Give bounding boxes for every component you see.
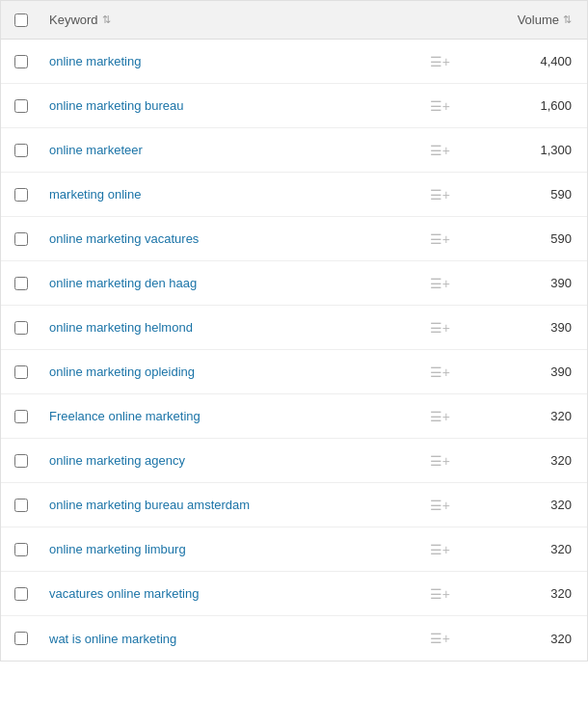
keyword-link[interactable]: online marketing bureau xyxy=(49,98,183,113)
row-keyword-cell: vacatures online marketing ☰+ xyxy=(41,586,462,602)
add-to-list-icon[interactable]: ☰+ xyxy=(430,453,454,469)
keyword-link[interactable]: online marketing helmond xyxy=(49,320,193,335)
add-to-list-icon[interactable]: ☰+ xyxy=(430,631,454,646)
row-checkbox-1[interactable] xyxy=(14,99,28,113)
add-to-list-icon[interactable]: ☰+ xyxy=(430,98,454,114)
row-checkbox-cell[interactable] xyxy=(1,499,41,512)
row-checkbox-cell[interactable] xyxy=(1,321,41,335)
table-row: online marketing bureau amsterdam ☰+ 320 xyxy=(1,483,587,527)
row-keyword-cell: wat is online marketing ☰+ xyxy=(41,631,462,646)
row-checkbox-cell[interactable] xyxy=(1,277,41,290)
row-volume-cell: 320 xyxy=(462,542,587,556)
row-volume-cell: 1,600 xyxy=(462,98,587,113)
row-checkbox-11[interactable] xyxy=(14,543,28,556)
row-volume-cell: 320 xyxy=(462,498,587,512)
add-to-list-icon[interactable]: ☰+ xyxy=(430,54,454,69)
row-checkbox-4[interactable] xyxy=(14,232,28,246)
row-checkbox-cell[interactable] xyxy=(1,55,41,68)
add-to-list-icon[interactable]: ☰+ xyxy=(430,143,454,158)
keyword-link[interactable]: marketing online xyxy=(49,187,141,202)
keyword-link[interactable]: Freelance online marketing xyxy=(49,409,200,423)
row-keyword-cell: online marketeer ☰+ xyxy=(41,143,462,158)
row-checkbox-0[interactable] xyxy=(14,55,28,68)
keyword-link[interactable]: online marketing agency xyxy=(49,453,185,468)
row-checkbox-13[interactable] xyxy=(14,632,28,645)
keyword-link[interactable]: online marketeer xyxy=(49,143,143,157)
keyword-link[interactable]: online marketing opleiding xyxy=(49,364,195,379)
add-to-list-icon[interactable]: ☰+ xyxy=(430,320,454,336)
add-to-list-icon[interactable]: ☰+ xyxy=(430,586,454,602)
keyword-link[interactable]: vacatures online marketing xyxy=(49,586,199,601)
add-to-list-icon[interactable]: ☰+ xyxy=(430,364,454,380)
table-row: online marketing ☰+ 4,400 xyxy=(1,40,587,84)
row-checkbox-cell[interactable] xyxy=(1,454,41,468)
keyword-link[interactable]: online marketing bureau amsterdam xyxy=(49,498,250,512)
row-checkbox-cell[interactable] xyxy=(1,365,41,379)
select-all-checkbox[interactable] xyxy=(14,14,28,27)
row-keyword-cell: online marketing limburg ☰+ xyxy=(41,542,462,557)
row-checkbox-5[interactable] xyxy=(14,277,28,290)
row-checkbox-cell[interactable] xyxy=(1,188,41,202)
row-volume-cell: 320 xyxy=(462,453,587,468)
row-volume-cell: 390 xyxy=(462,276,587,290)
row-keyword-cell: online marketing vacatures ☰+ xyxy=(41,231,462,247)
row-volume-cell: 4,400 xyxy=(462,54,587,68)
row-volume-cell: 390 xyxy=(462,320,587,335)
row-volume-cell: 320 xyxy=(462,632,587,646)
keyword-link[interactable]: online marketing limburg xyxy=(49,542,186,556)
table-row: online marketing helmond ☰+ 390 xyxy=(1,306,587,350)
row-volume-cell: 390 xyxy=(462,364,587,379)
row-volume-cell: 320 xyxy=(462,409,587,423)
keyword-sort-icon[interactable]: ⇅ xyxy=(102,14,111,26)
row-keyword-cell: online marketing bureau amsterdam ☰+ xyxy=(41,498,462,513)
header-volume-cell: Volume ⇅ xyxy=(462,13,587,27)
row-checkbox-cell[interactable] xyxy=(1,587,41,601)
volume-column-label: Volume xyxy=(518,13,559,27)
add-to-list-icon[interactable]: ☰+ xyxy=(430,542,454,557)
table-row: online marketing agency ☰+ 320 xyxy=(1,439,587,483)
header-checkbox-cell[interactable] xyxy=(1,14,41,27)
keyword-link[interactable]: wat is online marketing xyxy=(49,632,176,646)
keyword-link[interactable]: online marketing den haag xyxy=(49,276,197,290)
table-header: Keyword ⇅ Volume ⇅ xyxy=(1,1,587,40)
row-volume-cell: 590 xyxy=(462,231,587,246)
table-row: wat is online marketing ☰+ 320 xyxy=(1,616,587,661)
row-checkbox-3[interactable] xyxy=(14,188,28,202)
table-row: online marketing opleiding ☰+ 390 xyxy=(1,350,587,394)
row-checkbox-cell[interactable] xyxy=(1,410,41,423)
row-volume-cell: 320 xyxy=(462,586,587,601)
row-checkbox-9[interactable] xyxy=(14,454,28,468)
row-keyword-cell: marketing online ☰+ xyxy=(41,187,462,202)
keyword-link[interactable]: online marketing vacatures xyxy=(49,231,199,246)
row-checkbox-2[interactable] xyxy=(14,144,28,157)
row-keyword-cell: Freelance online marketing ☰+ xyxy=(41,409,462,424)
table-row: marketing online ☰+ 590 xyxy=(1,173,587,217)
table-body: online marketing ☰+ 4,400 online marketi… xyxy=(1,40,587,661)
row-keyword-cell: online marketing bureau ☰+ xyxy=(41,98,462,114)
keyword-column-label: Keyword xyxy=(49,13,98,27)
table-row: online marketing vacatures ☰+ 590 xyxy=(1,217,587,261)
table-row: online marketing den haag ☰+ 390 xyxy=(1,261,587,306)
row-keyword-cell: online marketing ☰+ xyxy=(41,54,462,69)
row-checkbox-cell[interactable] xyxy=(1,543,41,556)
row-keyword-cell: online marketing helmond ☰+ xyxy=(41,320,462,336)
row-checkbox-6[interactable] xyxy=(14,321,28,335)
row-checkbox-cell[interactable] xyxy=(1,632,41,645)
keyword-link[interactable]: online marketing xyxy=(49,54,141,68)
add-to-list-icon[interactable]: ☰+ xyxy=(430,498,454,513)
row-volume-cell: 1,300 xyxy=(462,143,587,157)
row-checkbox-7[interactable] xyxy=(14,365,28,379)
add-to-list-icon[interactable]: ☰+ xyxy=(430,409,454,424)
row-keyword-cell: online marketing opleiding ☰+ xyxy=(41,364,462,380)
add-to-list-icon[interactable]: ☰+ xyxy=(430,231,454,247)
volume-sort-icon[interactable]: ⇅ xyxy=(563,14,572,26)
row-checkbox-cell[interactable] xyxy=(1,99,41,113)
add-to-list-icon[interactable]: ☰+ xyxy=(430,276,454,291)
row-checkbox-10[interactable] xyxy=(14,499,28,512)
table-row: online marketing bureau ☰+ 1,600 xyxy=(1,84,587,128)
row-checkbox-cell[interactable] xyxy=(1,144,41,157)
row-checkbox-cell[interactable] xyxy=(1,232,41,246)
row-checkbox-8[interactable] xyxy=(14,410,28,423)
add-to-list-icon[interactable]: ☰+ xyxy=(430,187,454,202)
row-checkbox-12[interactable] xyxy=(14,587,28,601)
